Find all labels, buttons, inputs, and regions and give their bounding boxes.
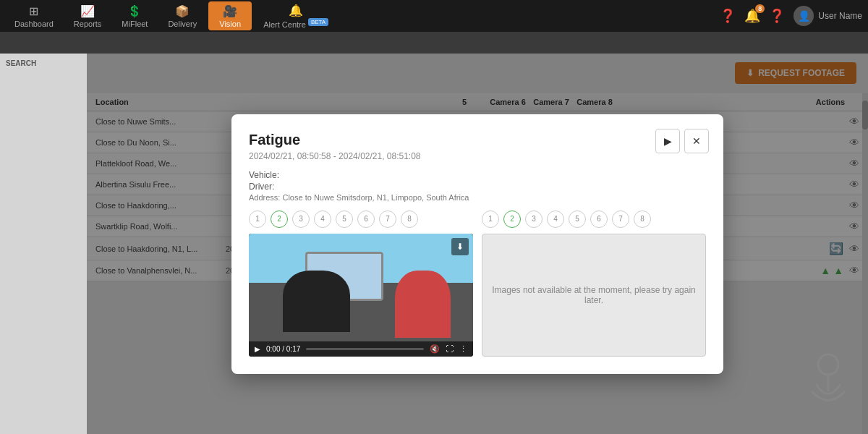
avatar: 👤 (793, 6, 814, 26)
cam-num-8-left[interactable]: 8 (401, 210, 418, 228)
right-video-panel: 1 2 3 4 5 6 7 8 Images not available at … (482, 210, 706, 357)
left-video-panel: 1 2 3 4 5 6 7 8 (249, 210, 473, 357)
nav-label-reports: Reports (74, 20, 102, 28)
help-button[interactable]: ❓ (720, 8, 736, 24)
sidebar: SEARCH (0, 54, 87, 434)
nav-item-dashboard[interactable]: ⊞ Dashboard (6, 1, 62, 30)
modal-buttons: ▶ ✕ (655, 129, 709, 153)
delivery-icon: 📦 (175, 4, 190, 18)
video-container-left: ⬇ ▶ 0:00 / 0:17 🔇 ⛶ ⋮ (249, 234, 473, 357)
nav-label-vision: Vision (219, 20, 241, 28)
beta-badge: BETA (308, 18, 328, 26)
cam-num-1-left[interactable]: 1 (249, 210, 266, 228)
video-play-button[interactable]: ▶ (255, 345, 260, 353)
cam-num-1-right[interactable]: 1 (482, 210, 499, 228)
play-button[interactable]: ▶ (655, 129, 680, 153)
nav-label-mifleet: MiFleet (122, 20, 148, 28)
nav-item-reports[interactable]: 📈 Reports (65, 1, 111, 30)
volume-icon[interactable]: 🔇 (430, 344, 440, 354)
search-label: SEARCH (6, 59, 81, 67)
notification-badge: 8 (755, 4, 765, 13)
nav-item-alertcentre[interactable]: 🔔 Alert Centre BETA (255, 1, 337, 30)
nav-item-vision[interactable]: 🎥 Vision (208, 1, 252, 30)
top-navigation: ⊞ Dashboard 📈 Reports 💲 MiFleet 📦 Delive… (0, 0, 868, 32)
fullscreen-icon[interactable]: ⛶ (446, 344, 454, 353)
nav-item-delivery[interactable]: 📦 Delivery (159, 1, 205, 30)
nav-label-alertcentre: Alert Centre BETA (263, 19, 328, 29)
sub-navigation (0, 32, 868, 54)
no-image-text: Images not available at the moment, plea… (482, 285, 705, 305)
cam-num-5-left[interactable]: 5 (336, 210, 353, 228)
cam-num-2-right[interactable]: 2 (503, 210, 521, 228)
mifleet-icon: 💲 (127, 4, 142, 18)
cam-num-3-right[interactable]: 3 (525, 210, 542, 228)
video-progress-bar[interactable] (306, 348, 424, 350)
reports-icon: 📈 (80, 4, 95, 18)
cam-num-7-right[interactable]: 7 (612, 210, 629, 228)
content-area: ⬇ REQUEST FOOTAGE Location 5 Camera 6 Ca… (87, 54, 868, 434)
modal-datetime: 2024/02/21, 08:50:58 - 2024/02/21, 08:51… (249, 151, 706, 161)
close-icon: ✕ (692, 135, 701, 147)
left-cam-circles: 1 2 3 4 5 6 7 8 (249, 210, 473, 228)
no-image-panel: Images not available at the moment, plea… (482, 234, 706, 357)
right-cam-circles: 1 2 3 4 5 6 7 8 (482, 210, 706, 228)
dashboard-icon: ⊞ (29, 4, 38, 18)
modal-overlay[interactable]: ▶ ✕ Fatigue 2024/02/21, 08:50:58 - 2024/… (87, 54, 868, 434)
alertcentre-icon: 🔔 (289, 4, 303, 17)
nav-label-delivery: Delivery (168, 20, 197, 28)
video-time: 0:00 / 0:17 (266, 345, 300, 353)
more-options-icon[interactable]: ⋮ (459, 344, 467, 354)
video-download-button[interactable]: ⬇ (451, 238, 469, 255)
vision-icon: 🎥 (223, 4, 237, 18)
modal-driver-label: Driver: (249, 182, 706, 192)
user-name: User Name (818, 11, 862, 21)
fake-video-frame (249, 234, 473, 357)
notifications-button[interactable]: 🔔 8 (744, 8, 760, 24)
close-button[interactable]: ✕ (684, 129, 709, 153)
modal-title: Fatigue (249, 132, 706, 148)
cam-num-6-right[interactable]: 6 (590, 210, 608, 228)
nav-label-dashboard: Dashboard (14, 20, 54, 28)
nav-right-area: ❓ 🔔 8 ❓ 👤 User Name (720, 6, 862, 26)
cam-num-8-right[interactable]: 8 (634, 210, 651, 228)
modal-address: Address: Close to Nuwe Smitsdorp, N1, Li… (249, 193, 706, 202)
modal-vehicle-label: Vehicle: (249, 170, 706, 180)
video-panels: 1 2 3 4 5 6 7 8 (249, 210, 706, 357)
cam-num-3-left[interactable]: 3 (292, 210, 310, 228)
support-button[interactable]: ❓ (769, 8, 785, 24)
cam-num-6-left[interactable]: 6 (357, 210, 375, 228)
cam-num-4-right[interactable]: 4 (547, 210, 564, 228)
user-area[interactable]: 👤 User Name (793, 6, 862, 26)
cam-num-2-left[interactable]: 2 (271, 210, 288, 228)
main-content: SEARCH ⬇ REQUEST FOOTAGE Location 5 Came… (0, 54, 868, 434)
fatigue-modal: ▶ ✕ Fatigue 2024/02/21, 08:50:58 - 2024/… (231, 114, 723, 374)
video-controls-left: ▶ 0:00 / 0:17 🔇 ⛶ ⋮ (249, 341, 473, 357)
cam-num-7-left[interactable]: 7 (379, 210, 396, 228)
address-label: Address: (249, 193, 282, 202)
address-value: Close to Nuwe Smitsdorp, N1, Limpopo, So… (282, 193, 469, 202)
cam-num-4-left[interactable]: 4 (314, 210, 331, 228)
cam-num-5-right[interactable]: 5 (569, 210, 586, 228)
nav-item-mifleet[interactable]: 💲 MiFleet (113, 1, 156, 30)
play-icon: ▶ (664, 135, 672, 147)
